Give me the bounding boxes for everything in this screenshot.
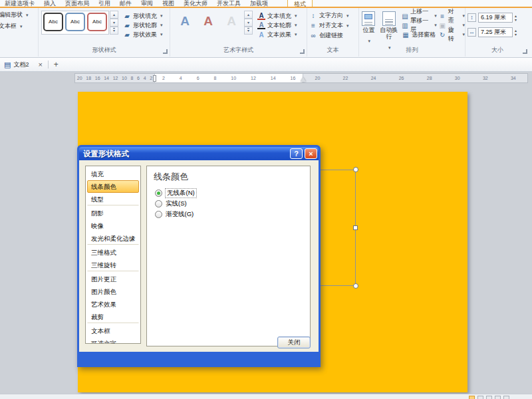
radio-button-icon[interactable]	[155, 200, 162, 207]
dialog-title-bar[interactable]: 设置形状格式 ? ×	[79, 147, 319, 160]
arrange-button-icon: ▦	[402, 31, 410, 39]
dialog-category-item[interactable]: 三维格式	[87, 246, 139, 259]
resize-handle-bottom-right[interactable]	[353, 283, 358, 289]
ribbon-tab[interactable]: 新建选项卡	[0, 0, 39, 8]
gallery-more-icon[interactable]: ▾	[244, 27, 253, 35]
gallery-scroll-up-icon[interactable]: ▴	[110, 11, 118, 19]
ribbon-button[interactable]: ∞ 创建链接 ▾	[307, 31, 358, 41]
line-color-option[interactable]: 实线(S)	[155, 198, 196, 209]
resize-handle-middle-right[interactable]	[353, 225, 358, 230]
ribbon-button[interactable]: ↕ 文字方向 ▾	[307, 11, 358, 21]
panel-header: 线条颜色	[154, 171, 188, 183]
dialog-category-item[interactable]: 三维旋转	[87, 259, 139, 271]
ribbon-tab[interactable]: 美化大师	[179, 0, 212, 8]
group-label: 文本	[307, 46, 358, 55]
document-tab-title[interactable]: 文档2	[13, 61, 29, 69]
gallery-scroll-down-icon[interactable]: ▾	[110, 19, 118, 27]
gallery-scrollbar: ▴ ▾ ▾	[110, 11, 118, 39]
radio-button-icon[interactable]	[155, 211, 162, 218]
shape-style-thumbnail[interactable]: Abc	[87, 13, 107, 31]
ribbon-tab[interactable]: 开发工具	[212, 0, 245, 8]
ribbon-tab[interactable]: 视图	[158, 0, 179, 8]
dialog-launcher-icon[interactable]	[300, 49, 305, 54]
close-icon[interactable]: ×	[305, 148, 317, 159]
ruler-number: 8	[214, 76, 217, 80]
arrange-button-icon: ▣	[439, 22, 446, 29]
ruler-number: 6	[197, 76, 200, 80]
shape-width-input[interactable]: 7.25 厘米	[478, 27, 513, 37]
dialog-category-item[interactable]: 线条颜色	[87, 180, 139, 193]
new-document-tab-button[interactable]: +	[54, 60, 59, 69]
ribbon-tab[interactable]: 插入	[39, 0, 61, 8]
indent-marker[interactable]	[153, 75, 156, 82]
dialog-category-item[interactable]: 文本框	[87, 325, 139, 337]
ribbon-button[interactable]: A 文本轮廓 ▾	[255, 21, 297, 30]
ribbon-button[interactable]: ▰ 形状效果 ▾	[121, 30, 163, 39]
height-stepper[interactable]: ▴ ▾	[515, 14, 517, 22]
stepper-down-icon[interactable]: ▾	[515, 18, 517, 22]
ruler-number: 16	[95, 76, 100, 80]
ruler-number: 32	[483, 76, 488, 80]
ribbon-button[interactable]: ▰ 形状轮廓 ▾	[121, 21, 163, 30]
dialog-category-item[interactable]: 阴影	[87, 207, 139, 219]
ribbon-button[interactable]: ▥ 下移一层 ▾	[400, 21, 437, 30]
ribbon-button[interactable]: 编辑形状 ▾	[0, 9, 38, 21]
right-indent-marker[interactable]	[301, 77, 306, 82]
tab-format-active[interactable]: 格式	[287, 0, 313, 8]
gallery-scroll-up-icon[interactable]: ▴	[244, 11, 253, 19]
chevron-down-icon: ▾	[346, 13, 349, 19]
dialog-category-item[interactable]: 线型	[87, 193, 139, 205]
line-color-option[interactable]: 无线条(N)	[155, 188, 196, 198]
gallery-more-icon[interactable]: ▾	[110, 27, 118, 35]
view-mode-icon[interactable]	[495, 396, 501, 399]
radio-button-icon[interactable]	[155, 190, 162, 197]
ruler-number: 30	[455, 76, 460, 80]
horizontal-ruler: 2018161412108642 246810121416 2022242628…	[74, 73, 528, 83]
view-mode-icon[interactable]	[486, 396, 492, 399]
dialog-category-item[interactable]: 发光和柔化边缘	[87, 232, 139, 245]
ruler-number: 6	[137, 76, 140, 80]
dialog-category-item[interactable]: 艺术效果	[87, 298, 139, 311]
ribbon-tab[interactable]: 审阅	[136, 0, 158, 8]
ribbon-tab[interactable]: 页面布局	[61, 0, 94, 8]
dialog-category-item[interactable]: 裁剪	[87, 311, 139, 323]
view-mode-icon[interactable]	[477, 396, 483, 399]
close-button[interactable]: 关闭	[277, 336, 311, 348]
dialog-category-item[interactable]: 图片颜色	[87, 285, 139, 298]
view-mode-icon[interactable]	[469, 396, 475, 399]
ribbon-button[interactable]: 文本框 ▾	[0, 21, 38, 32]
ruler-number: 24	[371, 76, 376, 80]
line-color-option[interactable]: 渐变线(G)	[155, 209, 196, 219]
ribbon-tab[interactable]: 邮件	[115, 0, 136, 8]
dialog-category-item[interactable]: 图片更正	[87, 273, 139, 285]
ribbon-button[interactable]: ↻ 旋转 ▾	[437, 30, 465, 39]
ribbon-button[interactable]: ≡ 对齐文本 ▾	[307, 21, 358, 31]
width-stepper[interactable]: ▴ ▾	[515, 29, 517, 37]
ribbon-button[interactable]: A 文本填充 ▾	[255, 11, 297, 21]
text-button-icon: ↕	[309, 12, 317, 19]
ribbon-tab[interactable]: 加载项	[245, 0, 273, 8]
resize-handle-top-right[interactable]	[353, 167, 358, 172]
dialog-category-item[interactable]: 可选文字	[87, 337, 139, 344]
view-mode-icon[interactable]	[503, 396, 509, 399]
ribbon-button[interactable]: ▦ 选择窗格 ▾	[400, 30, 437, 39]
ribbon-button[interactable]: A 文本效果 ▾	[255, 30, 297, 39]
dialog-category-item[interactable]: 映像	[87, 219, 139, 232]
gallery-scroll-down-icon[interactable]: ▾	[244, 19, 253, 27]
dialog-launcher-icon[interactable]	[523, 49, 527, 54]
ribbon-button[interactable]: ▰ 形状填充 ▾	[121, 11, 163, 21]
shape-style-thumbnail[interactable]: Abc	[43, 13, 63, 31]
gallery-scrollbar: ▴ ▾ ▾	[244, 11, 253, 39]
close-document-tab-icon[interactable]: ×	[38, 61, 42, 68]
shape-height-input[interactable]: 6.19 厘米	[478, 13, 513, 23]
wordart-thumbnail[interactable]: A	[174, 12, 196, 31]
ribbon-tab[interactable]: 引用	[94, 0, 115, 8]
wordart-thumbnail[interactable]: A	[221, 12, 242, 31]
shape-style-thumbnail[interactable]: Abc	[65, 13, 85, 31]
dialog-launcher-icon[interactable]	[163, 49, 168, 54]
help-button[interactable]: ?	[290, 148, 303, 159]
wordart-thumbnail[interactable]: A	[198, 12, 219, 31]
wrap-text-icon	[382, 11, 396, 26]
stepper-down-icon[interactable]: ▾	[515, 33, 517, 37]
dialog-category-item[interactable]: 填充	[87, 168, 139, 180]
